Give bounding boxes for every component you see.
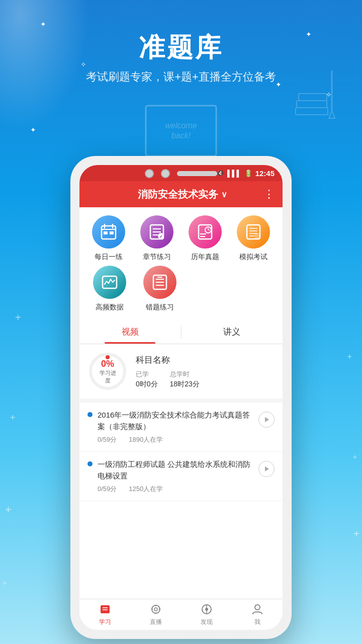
header-title-text: 消防安全技术实务 xyxy=(138,188,218,201)
nav-profile-label: 我 xyxy=(254,618,260,626)
icon-row-1: 每日一练 ✓ xyxy=(84,215,278,262)
phone-camera-2 xyxy=(161,169,170,178)
nav-live[interactable]: 直播 xyxy=(130,599,181,630)
phone-screen: 🔇 ▌▌▌ 🔋 12:45 消防安全技术实务 ∨ ⋮ xyxy=(79,165,283,630)
svg-point-59 xyxy=(255,605,260,610)
plus-2: + xyxy=(347,352,352,361)
svg-rect-46 xyxy=(101,605,110,613)
video-title-0: 2016年一级消防安全技术综合能力考试真题答案（非完整版） xyxy=(98,410,254,432)
icon-mock-circle xyxy=(237,215,270,249)
dropdown-icon[interactable]: ∨ xyxy=(221,190,227,199)
time-display: 12:45 xyxy=(255,169,275,178)
nav-study-label: 学习 xyxy=(99,618,111,626)
video-item-0[interactable]: 2016年一级消防安全技术综合能力考试真题答案（非完整版） 0/59分 1890… xyxy=(79,403,283,452)
video-info-0: 2016年一级消防安全技术综合能力考试真题答案（非完整版） 0/59分 1890… xyxy=(98,410,254,444)
svg-marker-10 xyxy=(329,111,335,118)
header-menu-button[interactable]: ⋮ xyxy=(263,188,275,201)
app-header: 消防安全技术实务 ∨ ⋮ xyxy=(79,181,283,207)
progress-circle: 0% 学习进度 xyxy=(87,351,128,391)
icon-past[interactable]: 历年真题 xyxy=(181,215,229,262)
bottom-nav: 学习 直播 xyxy=(79,599,283,630)
progress-stats: 已学 0时0分 总学时 18时23分 xyxy=(136,370,275,389)
app-header-title: 消防安全技术实务 ∨ xyxy=(138,188,227,201)
content-tabs: 视频 讲义 xyxy=(79,320,283,344)
svg-text:welcome: welcome xyxy=(165,121,197,130)
app-title: 准题库 xyxy=(0,30,362,65)
tab-notes[interactable]: 讲义 xyxy=(182,320,283,344)
svg-point-56 xyxy=(205,608,208,611)
nav-profile[interactable]: 我 xyxy=(232,599,283,630)
video-list: 2016年一级消防安全技术综合能力考试真题答案（非完整版） 0/59分 1890… xyxy=(79,403,283,501)
plus-3: + xyxy=(10,413,16,423)
video-info-1: 一级消防工程师试题 公共建筑给水系统和消防电梯设置 0/59分 1250人在学 xyxy=(98,459,254,494)
sparkle-1: ✦ xyxy=(40,20,46,28)
video-title-1: 一级消防工程师试题 公共建筑给水系统和消防电梯设置 xyxy=(98,459,254,481)
video-students-1: 1250人在学 xyxy=(129,485,163,494)
main-content: 每日一练 ✓ xyxy=(79,207,283,599)
progress-label: 学习进度 xyxy=(98,369,118,384)
video-bullet-1 xyxy=(87,461,93,466)
plus-7: + xyxy=(3,579,7,588)
svg-rect-8 xyxy=(296,108,328,115)
icon-freq[interactable]: 高频数据 xyxy=(84,266,135,312)
icon-wrong[interactable]: 错题练习 xyxy=(135,266,185,312)
svg-text:✓: ✓ xyxy=(159,234,163,239)
subject-name: 科目名称 xyxy=(136,354,275,366)
progress-section: 0% 学习进度 科目名称 已学 0时0分 xyxy=(79,344,283,403)
icon-daily-circle xyxy=(92,215,125,249)
phone-mockup: 🔇 ▌▌▌ 🔋 12:45 消防安全技术实务 ∨ ⋮ xyxy=(70,156,292,639)
feature-icon-grid: 每日一练 ✓ xyxy=(79,207,283,320)
icon-mock-label: 模拟考试 xyxy=(239,253,267,262)
icon-freq-circle xyxy=(93,266,126,299)
app-subtitle: 考试刷题专家，课+题+直播全方位备考 xyxy=(0,69,362,85)
phone-outer: 🔇 ▌▌▌ 🔋 12:45 消防安全技术实务 ∨ ⋮ xyxy=(70,156,292,639)
total-label: 总学时 xyxy=(170,370,200,379)
icon-wrong-label: 错题练习 xyxy=(146,303,174,312)
svg-point-34 xyxy=(254,233,260,239)
icon-past-label: 历年真题 xyxy=(191,253,219,262)
video-item-1[interactable]: 一级消防工程师试题 公共建筑给水系统和消防电梯设置 0/59分 1250人在学 xyxy=(79,452,283,501)
phone-speaker xyxy=(177,171,217,176)
nav-discover[interactable]: 发现 xyxy=(181,599,232,630)
video-play-btn-0[interactable] xyxy=(258,412,275,428)
studied-value: 0时0分 xyxy=(136,380,158,389)
signal-icon: ▌▌▌ xyxy=(227,170,241,177)
svg-rect-6 xyxy=(297,101,327,108)
svg-point-50 xyxy=(154,608,157,611)
svg-rect-15 xyxy=(104,231,108,234)
icon-chapter-label: 章节练习 xyxy=(143,253,171,262)
icon-wrong-circle xyxy=(143,266,176,299)
icon-past-circle xyxy=(189,215,222,249)
svg-rect-7 xyxy=(299,94,327,101)
nav-study[interactable]: 学习 xyxy=(79,599,130,630)
stat-studied: 已学 0时0分 xyxy=(136,370,158,389)
nav-discover-label: 发现 xyxy=(201,618,213,626)
progress-info: 科目名称 已学 0时0分 总学时 18时23分 xyxy=(136,354,275,389)
svg-point-49 xyxy=(152,605,160,613)
video-meta-0: 0/59分 1890人在学 xyxy=(98,435,254,444)
sparkle-5: ✦ xyxy=(30,126,36,134)
video-score-1: 0/59分 xyxy=(98,485,117,494)
icon-row-2: 高频数据 xyxy=(84,266,278,312)
app-hero: 准题库 考试刷题专家，课+题+直播全方位备考 xyxy=(0,30,362,85)
icon-daily[interactable]: 每日一练 xyxy=(84,215,133,262)
icon-mock[interactable]: 模拟考试 xyxy=(229,215,278,262)
stat-total: 总学时 18时23分 xyxy=(170,370,200,389)
plus-4: + xyxy=(353,453,357,461)
video-meta-1: 0/59分 1250人在学 xyxy=(98,485,254,494)
svg-marker-44 xyxy=(265,417,269,422)
icon-chapter[interactable]: ✓ 章节练习 xyxy=(133,215,181,262)
tab-video[interactable]: 视频 xyxy=(79,320,181,344)
svg-rect-0 xyxy=(146,106,216,156)
video-play-btn-1[interactable] xyxy=(258,461,275,477)
studied-label: 已学 xyxy=(136,370,158,379)
battery-icon: 🔋 xyxy=(244,170,252,177)
phone-camera-1 xyxy=(145,169,154,178)
plus-6: + xyxy=(353,528,359,540)
video-students-0: 1890人在学 xyxy=(129,435,163,444)
svg-marker-45 xyxy=(265,466,269,471)
mute-icon: 🔇 xyxy=(217,170,224,177)
video-score-0: 0/59分 xyxy=(98,435,117,444)
icon-chapter-circle: ✓ xyxy=(140,215,173,249)
icon-daily-label: 每日一练 xyxy=(95,253,123,262)
